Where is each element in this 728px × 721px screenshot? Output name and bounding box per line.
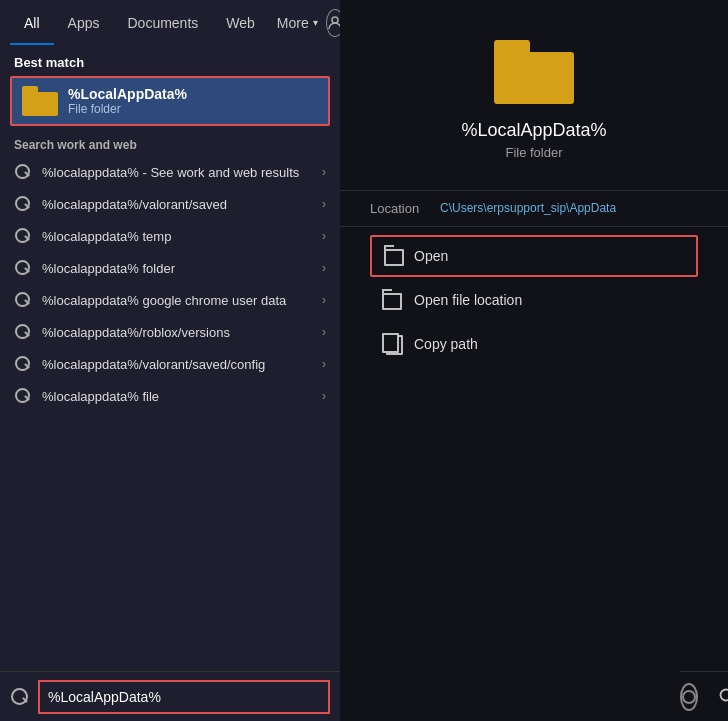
- search-icon: [14, 291, 32, 309]
- open-button[interactable]: Open: [370, 235, 698, 277]
- tab-apps[interactable]: Apps: [54, 0, 114, 45]
- arrow-icon: ›: [322, 325, 326, 339]
- list-item[interactable]: %localappdata% file ›: [0, 380, 340, 412]
- tab-web[interactable]: Web: [212, 0, 269, 45]
- arrow-icon: ›: [322, 197, 326, 211]
- list-item[interactable]: %localappdata% temp ›: [0, 220, 340, 252]
- search-section-label: Search work and web: [0, 130, 340, 156]
- result-text: %localappdata% temp: [42, 229, 318, 244]
- large-folder-icon: [494, 40, 574, 104]
- nav-tabs: All Apps Documents Web More ▾: [10, 0, 326, 45]
- action-buttons: Open Open file location Copy path: [340, 226, 728, 375]
- start-button[interactable]: [680, 683, 698, 711]
- search-icon: [14, 259, 32, 277]
- list-item[interactable]: %localappdata% folder ›: [0, 252, 340, 284]
- search-taskbar-button[interactable]: [718, 682, 728, 712]
- result-text: %localappdata% - See work and web result…: [42, 165, 318, 180]
- svg-point-0: [332, 17, 338, 23]
- open-label: Open: [414, 248, 448, 264]
- search-icon: [14, 195, 32, 213]
- arrow-icon: ›: [322, 389, 326, 403]
- tab-all[interactable]: All: [10, 0, 54, 45]
- right-panel: %LocalAppData% File folder Location C\Us…: [340, 0, 728, 721]
- best-match-label: Best match: [0, 45, 340, 76]
- search-icon: [14, 163, 32, 181]
- location-label: Location: [370, 201, 440, 216]
- list-item[interactable]: %localappdata%/roblox/versions ›: [0, 316, 340, 348]
- top-nav: All Apps Documents Web More ▾: [0, 0, 340, 45]
- search-icon: [14, 323, 32, 341]
- list-item[interactable]: %localappdata%/valorant/saved ›: [0, 188, 340, 220]
- svg-point-1: [721, 689, 729, 700]
- copy-path-label: Copy path: [414, 336, 478, 352]
- list-item[interactable]: %localappdata% google chrome user data ›: [0, 284, 340, 316]
- arrow-icon: ›: [322, 293, 326, 307]
- result-text: %localappdata%/roblox/versions: [42, 325, 318, 340]
- folder-icon: [22, 86, 58, 116]
- best-match-item[interactable]: %LocalAppData% File folder: [10, 76, 330, 126]
- best-match-name: %LocalAppData%: [68, 86, 187, 102]
- copy-path-button[interactable]: Copy path: [370, 323, 698, 365]
- open-icon: [382, 245, 404, 267]
- list-item[interactable]: %localappdata%/valorant/saved/config ›: [0, 348, 340, 380]
- open-file-location-label: Open file location: [414, 292, 522, 308]
- left-panel: All Apps Documents Web More ▾ Best match: [0, 0, 340, 721]
- list-item[interactable]: %localappdata% - See work and web result…: [0, 156, 340, 188]
- right-subtitle: File folder: [505, 145, 562, 160]
- search-bar-icon: [10, 687, 30, 707]
- result-text: %localappdata% folder: [42, 261, 318, 276]
- result-text: %localappdata% file: [42, 389, 318, 404]
- search-icon: [14, 387, 32, 405]
- right-content: %LocalAppData% File folder Location C\Us…: [340, 0, 728, 721]
- best-match-type: File folder: [68, 102, 187, 116]
- result-text: %localappdata%/valorant/saved: [42, 197, 318, 212]
- result-text: %localappdata%/valorant/saved/config: [42, 357, 318, 372]
- right-title: %LocalAppData%: [461, 120, 606, 141]
- chevron-down-icon: ▾: [313, 17, 318, 28]
- search-icon: [14, 355, 32, 373]
- copy-path-icon: [382, 333, 404, 355]
- location-value[interactable]: C\Users\erpsupport_sip\AppData: [440, 201, 616, 215]
- result-text: %localappdata% google chrome user data: [42, 293, 318, 308]
- tab-more[interactable]: More ▾: [269, 0, 326, 45]
- search-input[interactable]: [38, 680, 330, 714]
- tab-documents[interactable]: Documents: [113, 0, 212, 45]
- arrow-icon: ›: [322, 229, 326, 243]
- search-bar: [0, 671, 340, 721]
- arrow-icon: ›: [322, 357, 326, 371]
- search-icon: [14, 227, 32, 245]
- location-row: Location C\Users\erpsupport_sip\AppData: [340, 190, 728, 226]
- arrow-icon: ›: [322, 261, 326, 275]
- open-file-location-button[interactable]: Open file location: [370, 279, 698, 321]
- arrow-icon: ›: [322, 165, 326, 179]
- file-location-icon: [382, 289, 404, 311]
- taskbar: O e T W: [680, 671, 728, 721]
